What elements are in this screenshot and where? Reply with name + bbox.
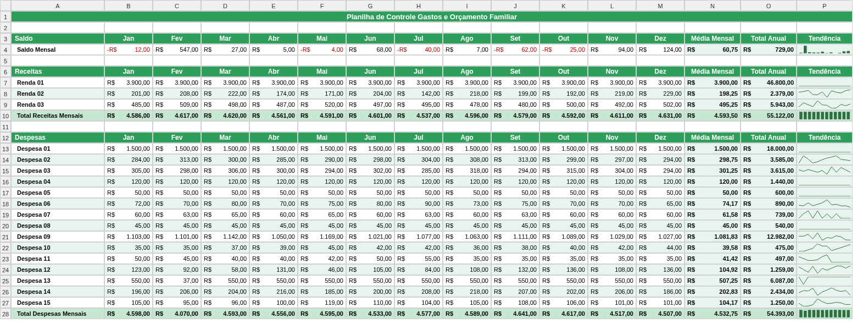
data-cell[interactable]: R$202,00	[539, 286, 588, 297]
empty-cell[interactable]	[539, 22, 588, 33]
row-header[interactable]: 13	[0, 143, 11, 154]
data-cell[interactable]: R$120,00	[443, 176, 491, 187]
media-cell[interactable]: R$1.081,83	[685, 231, 741, 242]
data-cell[interactable]: R$120,00	[201, 176, 249, 187]
data-cell[interactable]: R$90,00	[394, 198, 443, 209]
media-cell[interactable]: R$50,00	[685, 187, 741, 198]
row-header[interactable]: 16	[0, 176, 11, 187]
data-cell[interactable]: R$70,00	[588, 198, 636, 209]
media-cell[interactable]: R$4.532,75	[685, 308, 741, 319]
data-cell[interactable]: R$186,00	[636, 286, 685, 297]
empty-cell[interactable]	[153, 55, 201, 66]
data-cell[interactable]: R$1.077,00	[394, 231, 443, 242]
data-cell[interactable]: R$100,00	[249, 297, 298, 308]
row-header[interactable]: 18	[0, 198, 11, 209]
empty-cell[interactable]	[685, 121, 741, 132]
col-header[interactable]: P	[797, 0, 853, 11]
data-cell[interactable]: R$119,00	[298, 297, 346, 308]
data-cell[interactable]: R$35,00	[153, 242, 201, 253]
data-cell[interactable]: R$204,00	[346, 88, 394, 99]
media-cell[interactable]: R$1.500,00	[685, 143, 741, 154]
data-cell[interactable]: R$50,00	[539, 187, 588, 198]
data-cell[interactable]: R$50,00	[588, 187, 636, 198]
data-cell[interactable]: R$108,00	[491, 297, 539, 308]
data-cell[interactable]: R$1.103,00	[104, 231, 153, 242]
empty-cell[interactable]	[249, 22, 298, 33]
data-cell[interactable]: R$171,00	[298, 88, 346, 99]
data-cell[interactable]: R$38,00	[491, 242, 539, 253]
col-header[interactable]: D	[201, 0, 249, 11]
data-cell[interactable]: R$45,00	[153, 220, 201, 231]
data-cell[interactable]: R$313,00	[491, 154, 539, 165]
empty-cell[interactable]	[249, 121, 298, 132]
data-cell[interactable]: R$4.589,00	[443, 308, 491, 319]
data-cell[interactable]: R$1.500,00	[539, 143, 588, 154]
empty-cell[interactable]	[394, 55, 443, 66]
row-header[interactable]: 3	[0, 33, 11, 44]
empty-cell[interactable]	[201, 55, 249, 66]
total-cell[interactable]: R$3.615,00	[741, 165, 797, 176]
data-cell[interactable]: R$101,00	[588, 297, 636, 308]
data-cell[interactable]: R$105,00	[346, 264, 394, 275]
data-cell[interactable]: R$222,00	[201, 88, 249, 99]
media-cell[interactable]: R$60,75	[685, 44, 741, 55]
data-cell[interactable]: R$124,00	[636, 44, 685, 55]
col-header[interactable]: O	[741, 0, 797, 11]
data-cell[interactable]: R$1.111,00	[491, 231, 539, 242]
data-cell[interactable]: R$35,00	[491, 253, 539, 264]
corner-cell[interactable]	[0, 0, 11, 11]
data-cell[interactable]: R$73,00	[443, 198, 491, 209]
data-cell[interactable]: R$304,00	[588, 165, 636, 176]
empty-cell[interactable]	[685, 55, 741, 66]
data-cell[interactable]: R$550,00	[588, 275, 636, 286]
data-cell[interactable]: R$304,00	[394, 154, 443, 165]
row-header[interactable]: 26	[0, 286, 11, 297]
data-cell[interactable]: R$4.586,00	[104, 110, 153, 121]
data-cell[interactable]: R$4.537,00	[394, 110, 443, 121]
empty-cell[interactable]	[104, 55, 153, 66]
data-cell[interactable]: R$120,00	[298, 176, 346, 187]
data-cell[interactable]: R$50,00	[201, 187, 249, 198]
data-cell[interactable]: R$550,00	[636, 275, 685, 286]
empty-cell[interactable]	[588, 22, 636, 33]
data-cell[interactable]: R$45,00	[636, 220, 685, 231]
media-cell[interactable]: R$39,58	[685, 242, 741, 253]
data-cell[interactable]: R$120,00	[539, 176, 588, 187]
data-cell[interactable]: R$1.500,00	[443, 143, 491, 154]
data-cell[interactable]: R$478,00	[443, 99, 491, 110]
data-cell[interactable]: R$60,00	[539, 209, 588, 220]
empty-cell[interactable]	[11, 55, 104, 66]
row-header[interactable]: 27	[0, 297, 11, 308]
row-header[interactable]: 19	[0, 209, 11, 220]
data-cell[interactable]: R$298,00	[153, 165, 201, 176]
col-header[interactable]: L	[588, 0, 636, 11]
data-cell[interactable]: R$120,00	[491, 176, 539, 187]
media-cell[interactable]: R$298,75	[685, 154, 741, 165]
data-cell[interactable]: R$201,00	[104, 88, 153, 99]
media-cell[interactable]: R$61,58	[685, 209, 741, 220]
total-cell[interactable]: R$890,00	[741, 198, 797, 209]
data-cell[interactable]: R$306,00	[201, 165, 249, 176]
empty-cell[interactable]	[588, 121, 636, 132]
data-cell[interactable]: R$1.500,00	[588, 143, 636, 154]
data-cell[interactable]: R$35,00	[104, 242, 153, 253]
row-header[interactable]: 24	[0, 264, 11, 275]
data-cell[interactable]: R$42,00	[394, 242, 443, 253]
data-cell[interactable]: R$65,00	[298, 209, 346, 220]
data-cell[interactable]: R$120,00	[394, 176, 443, 187]
data-cell[interactable]: R$70,00	[539, 198, 588, 209]
data-cell[interactable]: R$308,00	[443, 154, 491, 165]
data-cell[interactable]: R$500,00	[539, 99, 588, 110]
data-cell[interactable]: R$550,00	[298, 275, 346, 286]
data-cell[interactable]: R$498,00	[201, 99, 249, 110]
row-header[interactable]: 2	[0, 22, 11, 33]
data-cell[interactable]: R$40,00	[249, 253, 298, 264]
data-cell[interactable]: R$520,00	[298, 99, 346, 110]
total-cell[interactable]: R$497,00	[741, 253, 797, 264]
data-cell[interactable]: R$132,00	[491, 264, 539, 275]
data-cell[interactable]: R$196,00	[104, 286, 153, 297]
data-cell[interactable]: R$1.500,00	[249, 143, 298, 154]
data-cell[interactable]: R$50,00	[491, 187, 539, 198]
row-header[interactable]: 23	[0, 253, 11, 264]
empty-cell[interactable]	[153, 22, 201, 33]
